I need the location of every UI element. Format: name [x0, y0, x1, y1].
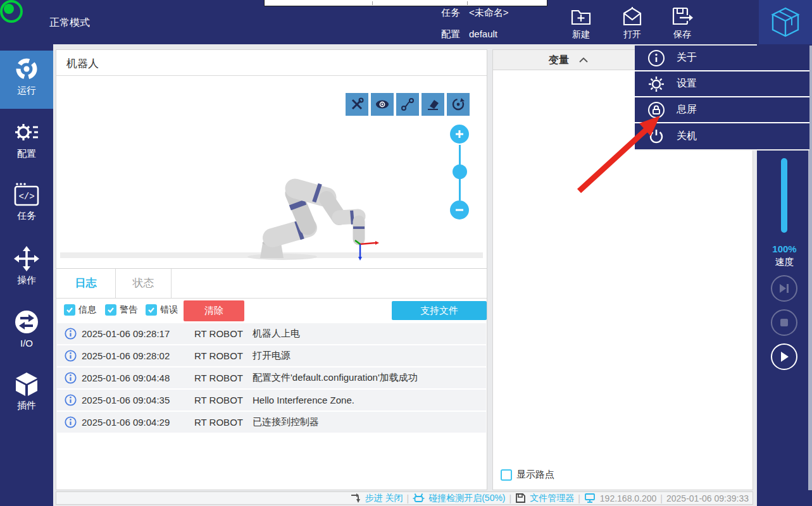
- speed-slider[interactable]: [781, 158, 787, 233]
- sidebar-item-config[interactable]: 配置: [0, 114, 53, 172]
- support-files-button[interactable]: 支持文件: [392, 301, 487, 320]
- ip-address: 192.168.0.200: [600, 493, 657, 503]
- step-status[interactable]: 步进 关闭: [365, 493, 403, 504]
- info-icon: [65, 350, 77, 362]
- log-time: 2025-01-06 09:28:02: [82, 350, 194, 361]
- filter-error-label: 错误: [160, 304, 178, 316]
- view-path-button[interactable]: [396, 93, 419, 116]
- sidebar-item-task[interactable]: </> 任务: [0, 177, 53, 235]
- log-source: RT ROBOT: [194, 350, 250, 361]
- sidebar-io-label: I/O: [20, 338, 33, 349]
- save-icon: [671, 6, 694, 27]
- menu-screen-off-label: 息屏: [677, 103, 697, 116]
- menu-item-shutdown[interactable]: 关机: [635, 123, 809, 149]
- info-circle-icon: [647, 49, 665, 67]
- gear-icon: [647, 75, 665, 93]
- sidebar-item-operate[interactable]: 操作: [0, 240, 53, 299]
- system-dropdown-menu: 关于 设置 息屏: [635, 46, 809, 151]
- clock: 2025-01-06 09:39:33: [666, 493, 749, 503]
- filter-warn-label: 警告: [120, 304, 137, 316]
- task-label: 任务: [441, 7, 460, 18]
- step-forward-button[interactable]: [771, 275, 797, 302]
- stop-button[interactable]: [771, 309, 797, 336]
- file-manager-link[interactable]: 文件管理器: [530, 493, 574, 504]
- filter-info-label: 信息: [78, 304, 96, 316]
- filter-info-checkbox[interactable]: 信息: [64, 304, 96, 316]
- robot-3d-view[interactable]: [244, 156, 390, 263]
- log-row[interactable]: 2025-01-06 09:28:17 RT ROBOT 机器人上电: [57, 323, 486, 344]
- log-source: RT ROBOT: [194, 417, 250, 428]
- view-erase-button[interactable]: [422, 93, 444, 116]
- mode-indicator-icon: [0, 0, 23, 23]
- sidebar-task-label: 任务: [17, 210, 36, 221]
- menu-about-label: 关于: [677, 51, 697, 65]
- tab-status[interactable]: 状态: [116, 269, 172, 298]
- collision-status[interactable]: 碰撞检测开启(50%): [428, 493, 505, 504]
- rotate-reset-icon: [451, 97, 465, 111]
- svg-text:</>: </>: [18, 192, 34, 202]
- lock-circle-icon: [647, 101, 665, 119]
- new-task-button[interactable]: 新建: [559, 6, 603, 40]
- eraser-icon: [426, 97, 440, 111]
- tab-log[interactable]: 日志: [56, 269, 116, 298]
- sidebar-config-label: 配置: [17, 148, 36, 159]
- log-time: 2025-01-06 09:04:35: [82, 395, 194, 405]
- save-button[interactable]: 保存: [660, 6, 704, 40]
- log-source: RT ROBOT: [194, 373, 250, 383]
- zoom-out-button[interactable]: [450, 201, 469, 219]
- tools-icon: [350, 97, 364, 111]
- task-row: 任务<未命名>: [441, 7, 509, 19]
- zoom-slider-handle[interactable]: [453, 164, 467, 179]
- log-message: 机器人上电: [253, 328, 300, 340]
- config-row: 配置default: [441, 28, 497, 40]
- skip-icon: [778, 283, 790, 294]
- robot-panel-title: 机器人: [66, 56, 99, 71]
- filter-error-checkbox[interactable]: 错误: [146, 304, 178, 316]
- log-row[interactable]: 2025-01-06 09:04:48 RT ROBOT 配置文件'defaul…: [57, 367, 486, 388]
- play-button[interactable]: [771, 343, 797, 370]
- open-label: 打开: [623, 29, 641, 39]
- status-bar: 步进 关闭 | 碰撞检测开启(50%) | 文件管理器 | 192.168.0.…: [56, 491, 753, 505]
- menu-shutdown-label: 关机: [677, 130, 697, 143]
- new-folder-icon: [570, 6, 592, 27]
- sidebar-item-plugin[interactable]: 插件: [0, 367, 53, 425]
- chevron-up-icon: [579, 58, 588, 63]
- show-waypoints-label: 显示路点: [516, 469, 554, 481]
- log-time: 2025-01-06 09:04:48: [82, 373, 194, 383]
- menu-item-settings[interactable]: 设置: [635, 71, 809, 97]
- filter-warn-checkbox[interactable]: 警告: [105, 304, 137, 316]
- log-row[interactable]: 2025-01-06 09:04:29 RT ROBOT 已连接到控制器: [57, 412, 486, 433]
- menu-item-screen-off[interactable]: 息屏: [635, 97, 809, 123]
- sidebar-item-run[interactable]: 运行: [0, 51, 53, 109]
- step-icon: [351, 493, 361, 503]
- config-label: 配置: [441, 28, 460, 39]
- log-message: Hello Interference Zone.: [253, 395, 354, 405]
- view-tools-button[interactable]: [346, 93, 368, 116]
- tcp-axes-icon: [355, 240, 379, 261]
- power-icon: [647, 128, 665, 145]
- log-time: 2025-01-06 09:04:29: [82, 417, 194, 428]
- log-message: 配置文件'default.configuration'加载成功: [253, 372, 418, 384]
- separator: |: [578, 493, 580, 503]
- code-window-icon: </>: [13, 182, 40, 207]
- log-row[interactable]: 2025-01-06 09:28:02 RT ROBOT 打开电源: [57, 345, 486, 366]
- menu-item-about[interactable]: 关于: [635, 46, 809, 71]
- view-reset-button[interactable]: [447, 93, 470, 116]
- open-task-button[interactable]: 打开: [610, 6, 654, 40]
- show-waypoints-checkbox[interactable]: 显示路点: [501, 469, 554, 481]
- log-row[interactable]: 2025-01-06 09:04:35 RT ROBOT Hello Inter…: [57, 390, 486, 410]
- top-bar: 正常模式 任务<未命名> 配置default 新建 打开: [0, 0, 812, 44]
- sidebar-item-io[interactable]: I/O: [0, 304, 53, 362]
- zoom-in-button[interactable]: [450, 125, 469, 144]
- app-logo-tile[interactable]: [759, 0, 812, 44]
- stop-icon: [779, 318, 789, 328]
- view-visibility-button[interactable]: [371, 93, 394, 116]
- checkbox-checked-icon: [64, 304, 75, 316]
- variables-title: 变量: [549, 54, 569, 67]
- info-icon: [65, 372, 77, 384]
- menu-settings-label: 设置: [677, 77, 697, 90]
- task-value: <未命名>: [469, 7, 509, 18]
- info-icon: [65, 416, 77, 428]
- waypoints-path-icon: [401, 97, 415, 111]
- clear-log-button[interactable]: 清除: [184, 300, 244, 321]
